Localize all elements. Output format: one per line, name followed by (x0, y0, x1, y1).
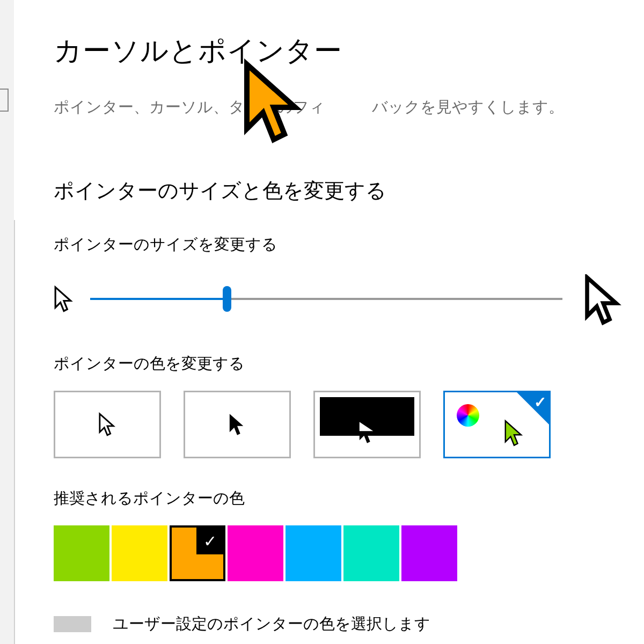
cursor-icon (98, 412, 116, 437)
section-heading: ポインターのサイズと色を変更する (54, 177, 623, 204)
custom-color-button[interactable] (54, 616, 91, 632)
custom-color-label: ユーザー設定のポインターの色を選択します (113, 613, 430, 635)
page-subtitle: ポインター、カーソル、タッチのフィ バックを見やすくします。 (54, 97, 623, 118)
swatch-cyan[interactable] (286, 525, 341, 581)
cursor-icon (358, 420, 376, 445)
color-wheel-icon (457, 404, 479, 427)
color-mode-inverted[interactable] (313, 391, 421, 458)
color-label: ポインターの色を変更する (54, 353, 623, 375)
cursor-icon (503, 419, 525, 447)
swatch-orange[interactable]: ✓ (170, 525, 225, 581)
page-title: カーソルとポインター (54, 32, 623, 70)
divider-line (14, 220, 15, 644)
color-mode-custom[interactable] (443, 391, 551, 458)
cursor-small-icon (54, 286, 74, 312)
hero-cursor-icon (241, 56, 306, 148)
swatch-yellow[interactable] (112, 525, 167, 581)
color-mode-black[interactable] (184, 391, 291, 458)
slider-thumb[interactable] (223, 286, 231, 312)
cursor-large-icon (584, 274, 623, 324)
recommended-label: 推奨されるポインターの色 (54, 488, 623, 509)
swatch-lime[interactable] (54, 525, 109, 581)
cursor-icon (228, 412, 246, 437)
swatch-row: ✓ (54, 525, 623, 581)
edge-marker (0, 89, 9, 112)
swatch-purple[interactable] (401, 525, 457, 581)
size-label: ポインターのサイズを変更する (54, 234, 623, 255)
swatch-pink[interactable] (228, 525, 283, 581)
swatch-teal[interactable] (343, 525, 399, 581)
color-mode-white[interactable] (54, 391, 161, 458)
checkmark-icon: ✓ (196, 528, 223, 554)
pointer-size-slider[interactable] (90, 289, 562, 309)
